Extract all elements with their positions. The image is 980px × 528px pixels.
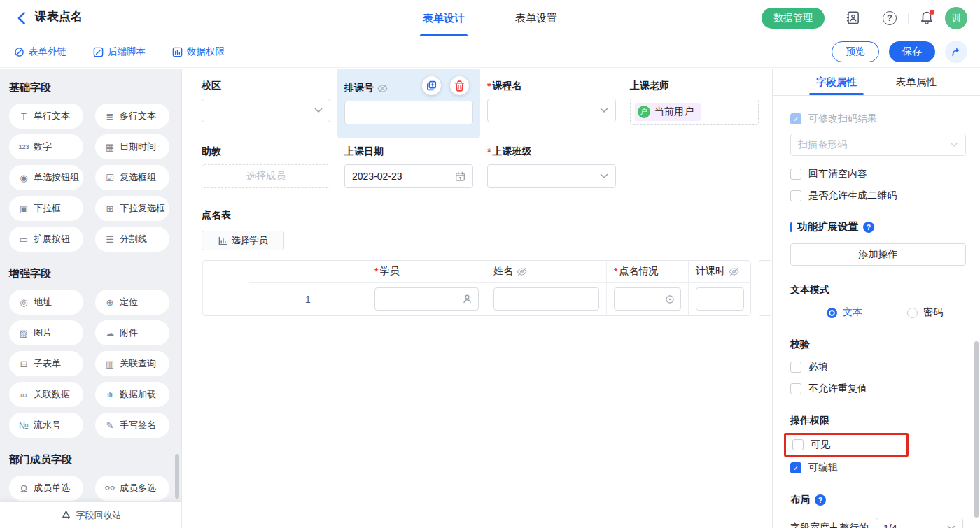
class-select[interactable] [487,164,616,188]
subform-column-header[interactable]: *学员 [367,261,486,283]
field-pill-select[interactable]: ▣下拉框 [9,196,83,221]
field-pill-location[interactable]: ⊕定位 [95,290,169,315]
field-pill-divider[interactable]: ☰分割线 [95,227,169,252]
field-pill-checkbox-group[interactable]: ☑复选框组 [95,165,169,190]
user-avatar[interactable]: 训 [945,7,967,29]
subform-roll-call[interactable]: 点名表 选择学员 *学员姓名*点名情况计课时1 [202,209,772,316]
share-arrow-icon [951,46,962,57]
multi-select-icon: ⊞ [104,204,116,214]
checkbox-enter-clear[interactable]: 回车清空内容 [790,168,966,180]
divider [871,13,872,24]
field-course-name[interactable]: *课程名 [480,69,623,138]
checkbox-modifiable-scan-result[interactable]: ✓ 可修改扫码结果 [790,113,966,125]
field-pill-radio-group[interactable]: ◉单选按钮组 [9,165,83,190]
field-pill-attachment[interactable]: ☁附件 [95,320,169,345]
help-badge-icon[interactable]: ? [815,494,826,506]
checkbox-no-duplicates[interactable]: 不允许重复值 [790,383,966,395]
copy-field-button[interactable] [422,76,441,95]
data-load-icon: ılı [104,391,116,398]
field-class[interactable]: *上课班级 [480,138,623,188]
layout-label: 布局 ? [790,494,966,506]
subform-cell-input[interactable] [696,287,744,311]
field-pill-linked-data[interactable]: ∞关联数据 [9,382,83,407]
tab-form-settings[interactable]: 表单设置 [515,0,557,36]
eye-off-icon [517,266,527,277]
radio-password[interactable]: 密码 [907,306,943,319]
field-pill-address[interactable]: ◎地址 [9,290,83,315]
field-pill-datetime[interactable]: ▦日期时间 [95,134,169,159]
subform-column-header[interactable]: *点名情况 [606,261,688,283]
class-date-input[interactable]: 2023-02-23 [344,164,473,188]
notification-bell-icon[interactable] [918,9,936,27]
course-name-select[interactable] [487,99,616,122]
subform-cell-input[interactable] [493,287,599,311]
canvas-row-1: 校区 [195,69,772,138]
help-icon[interactable]: ? [881,9,899,27]
field-pill-grid: T单行文本≣多行文本123数字▦日期时间◉单选按钮组☑复选框组▣下拉框⊞下拉复选… [9,104,181,252]
field-class-date[interactable]: 上课日期 2023-02-23 [337,138,480,188]
form-external-link[interactable]: 表单外链 [14,45,66,58]
main-tabs: 表单设计 表单设置 [423,0,557,36]
checkbox-required[interactable]: 必填 [790,361,966,373]
checkbox-visible[interactable]: 可见 [792,438,900,451]
properties-scrollbar[interactable] [974,341,979,518]
select-students-button[interactable]: 选择学员 [202,231,284,250]
tab-form-design[interactable]: 表单设计 [423,0,465,36]
delete-field-button[interactable] [450,76,469,95]
backend-script-link[interactable]: 后端脚本 [93,45,146,58]
field-pill-number[interactable]: 123数字 [9,134,83,159]
datetime-icon: ▦ [104,142,116,152]
checkbox-editable[interactable]: ✓ 可编辑 [790,462,966,474]
field-pill-member-multi[interactable]: ΩΩ成员多选 [95,476,169,501]
subform-column-header[interactable]: 计课时 [688,261,751,283]
field-width-select[interactable]: 1/4 [876,518,963,528]
field-pill-linked-query[interactable]: ▥关联查询 [95,351,169,376]
field-pill-subform[interactable]: ⊟子表单 [9,351,83,376]
back-button[interactable] [14,11,28,25]
field-pill-multi-select[interactable]: ⊞下拉复选框 [95,196,169,221]
field-pill-label: 下拉复选框 [120,202,165,215]
preview-button[interactable]: 预览 [832,41,879,62]
field-pill-serial-number[interactable]: №流水号 [9,413,83,438]
checkbox-allow-qrcode[interactable]: 是否允许生成二维码 [790,190,966,202]
contacts-book-icon[interactable] [844,9,862,27]
field-pill-label: 数字 [34,141,52,153]
subform-cell-input[interactable] [614,287,681,311]
field-pill-multi-line-text[interactable]: ≣多行文本 [95,104,169,129]
field-pill-data-load[interactable]: ılı数据加载 [95,382,169,407]
data-permission-link[interactable]: 数据权限 [172,45,225,58]
tab-field-properties[interactable]: 字段属性 [815,69,858,95]
assistant-member-picker[interactable]: 选择成员 [202,164,330,188]
save-button[interactable]: 保存 [889,41,935,62]
field-pill-label: 关联数据 [34,388,70,401]
tab-form-properties[interactable]: 表单属性 [895,69,938,95]
radio-group-icon: ◉ [18,173,30,183]
subform-column-header[interactable]: 姓名 [486,261,606,283]
teacher-member-box[interactable]: 户 当前用户 [630,99,759,125]
page-title[interactable]: 课表点名 [34,7,84,29]
current-user-tag[interactable]: 户 当前用户 [635,103,701,121]
add-action-button[interactable]: 添加操作 [790,243,966,266]
radio-text[interactable]: 文本 [827,306,862,319]
data-manage-button[interactable]: 数据管理 [762,8,825,29]
field-campus[interactable]: 校区 [195,69,337,138]
field-pill-single-line-text[interactable]: T单行文本 [9,104,83,129]
campus-select[interactable] [202,99,330,122]
field-assistant[interactable]: 助教 选择成员 [195,138,337,188]
field-recycle-bin[interactable]: 字段回收站 [0,502,182,528]
field-schedule-no-selected[interactable]: 排课号 [337,69,480,138]
schedule-no-input[interactable] [344,101,473,124]
subform-cell-input[interactable] [374,287,479,311]
field-pill-signature[interactable]: ✎手写签名 [95,413,169,438]
field-teacher[interactable]: 上课老师 户 当前用户 [623,69,766,138]
help-badge-icon[interactable]: ? [863,222,874,233]
field-pill-member-single[interactable]: Ω成员单选 [9,476,83,501]
scan-mode-select[interactable]: 扫描条形码 [790,134,966,156]
field-pill-label: 子表单 [34,357,61,370]
share-button[interactable] [945,41,967,63]
field-pill-extend-button[interactable]: ▭扩展按钮 [9,227,83,252]
notification-dot [930,10,934,15]
checkbox-checked: ✓ [790,462,802,473]
field-pill-image[interactable]: ▨图片 [9,320,83,345]
sidebar-scrollbar[interactable] [175,454,179,499]
